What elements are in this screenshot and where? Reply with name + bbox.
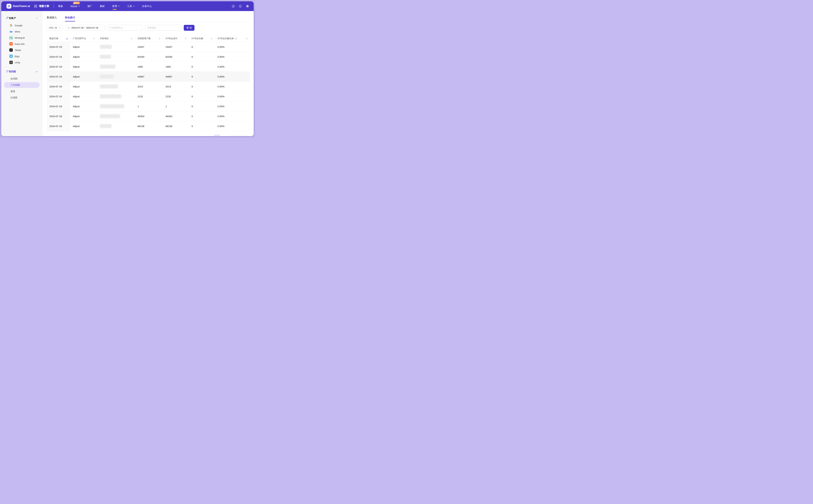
- clock-icon: [67, 27, 70, 29]
- table-row[interactable]: 2024-07-18Adjust625406254000.00%: [47, 52, 250, 62]
- sidebar-item-渠道[interactable]: 渠道: [4, 88, 39, 94]
- kwai-icon: [9, 42, 13, 45]
- cell-fail-ratio: 0.00%: [215, 111, 250, 121]
- timezone-select[interactable]: UTC +0: [47, 25, 63, 31]
- sort-control[interactable]: [159, 38, 160, 39]
- column-header-DT转化失败比例[interactable]: DT转化失败比例: [215, 35, 250, 42]
- notification-bell-icon[interactable]: [239, 5, 242, 8]
- tab-转化统计[interactable]: 转化统计: [65, 16, 75, 21]
- sort-control[interactable]: [185, 38, 186, 39]
- settings-gear-icon[interactable]: [246, 5, 249, 8]
- cell-date: 2024-07-18: [47, 62, 70, 71]
- tab-数据接入[interactable]: 数据接入: [47, 16, 57, 21]
- column-header-关联项目[interactable]: 关联项目: [97, 35, 135, 42]
- sort-desc-icon: [66, 39, 68, 39]
- cell-project: [97, 42, 135, 52]
- sidebar-item-三方归因[interactable]: 三方归因: [4, 82, 39, 88]
- nav-item-管理[interactable]: 管理: [112, 1, 120, 11]
- chevron-up-icon: [36, 71, 38, 72]
- table-row[interactable]: 2024-07-18Adjust493534935300.00%: [47, 111, 250, 121]
- product-name[interactable]: 增量引擎: [39, 5, 49, 8]
- sort-control[interactable]: [131, 38, 132, 39]
- column-header-DT转化失败[interactable]: DT转化失败: [189, 35, 215, 42]
- sidebar-item-Mintegral[interactable]: MtgMintegral: [1, 35, 42, 41]
- sort-control[interactable]: [246, 38, 248, 39]
- column-header-label: 关联项目: [100, 37, 109, 40]
- redacted-project-name: [100, 114, 120, 118]
- table-row[interactable]: 2024-07-18Adjust2013201300.00%: [47, 81, 250, 91]
- cell-project: [97, 72, 135, 81]
- nav-item-label: ROAS: [70, 5, 77, 8]
- nav-item-推广[interactable]: 推广: [87, 1, 92, 11]
- column-header-广告归因平台[interactable]: 广告归因平台: [70, 35, 97, 42]
- content-area: 广告账户Google∞MetaMtgMintegralKwai AdsTikTo…: [1, 11, 254, 136]
- nav-item-ROAS[interactable]: ROASBETA: [70, 1, 80, 11]
- date-range-picker[interactable]: 2024-07-18 ~ 2024-07-18: [65, 25, 104, 31]
- cell-dt-fail: 0: [189, 42, 215, 52]
- sidebar-item-Tiktok[interactable]: TikTokTiktok: [1, 47, 42, 53]
- cell-fail-ratio: 0.00%: [215, 42, 250, 52]
- sidebar-item-代理商[interactable]: 代理商: [4, 95, 39, 101]
- help-icon[interactable]: ?: [232, 5, 235, 8]
- sidebar-item-Google[interactable]: Google: [1, 22, 42, 28]
- top-nav: DataTower.ai 增量引擎 看板ROASBETA推广素材管理工具任务中心…: [1, 1, 254, 11]
- pagination-current-page-button[interactable]: [214, 135, 220, 136]
- cell-project: [97, 62, 135, 71]
- cell-fail-ratio: 0.00%: [215, 62, 250, 71]
- sort-asc-icon: [185, 38, 186, 38]
- redacted-project-name: [100, 94, 121, 98]
- column-header-DT转化成功[interactable]: DT转化成功: [163, 35, 189, 42]
- sidebar-item-Meta[interactable]: ∞Meta: [1, 28, 42, 35]
- cell-project: [97, 82, 135, 91]
- sort-control[interactable]: [93, 38, 95, 39]
- info-icon[interactable]: [235, 37, 237, 40]
- cell-project: [97, 111, 135, 121]
- cell-new-users: 1: [135, 101, 163, 111]
- redacted-project-name: [100, 124, 111, 128]
- cell-dt-fail: 0: [189, 62, 215, 71]
- sort-control[interactable]: [66, 38, 68, 39]
- sort-asc-icon: [246, 38, 248, 38]
- table-row[interactable]: 2024-07-18Adjust1882188200.00%: [47, 62, 250, 71]
- sidebar-section-广告归因: 广告归因自归因三方归因渠道代理商: [1, 70, 42, 101]
- redacted-project-name: [100, 84, 118, 88]
- table-row[interactable]: 2024-07-18Adjust244572445700.00%: [47, 42, 250, 52]
- table-row[interactable]: 2024-07-18Adjust2232223200.00%: [47, 91, 250, 101]
- sidebar-section-header-广告归因[interactable]: 广告归因: [1, 70, 42, 73]
- apps-grid-icon[interactable]: [34, 5, 37, 7]
- table-row[interactable]: 2024-07-18Adjust449674496700.00%: [47, 71, 250, 81]
- nav-item-任务中心[interactable]: 任务中心: [142, 1, 152, 11]
- nav-item-工具[interactable]: 工具: [127, 1, 135, 11]
- meta-icon: ∞: [9, 30, 13, 33]
- table-row[interactable]: 2024-07-18Adjust1100.00%: [47, 101, 250, 111]
- cell-new-users: 24457: [135, 42, 163, 52]
- project-input[interactable]: [145, 25, 181, 31]
- nav-item-label: 素材: [100, 5, 105, 8]
- column-header-数据日期[interactable]: 数据日期: [47, 35, 70, 42]
- sidebar-item-Bigo[interactable]: BBigo: [1, 53, 42, 59]
- cell-new-users: 62540: [135, 52, 163, 62]
- redacted-project-name: [100, 45, 112, 49]
- redacted-project-name: [100, 104, 124, 108]
- search-button[interactable]: 查 询: [184, 25, 194, 31]
- table-row[interactable]: 2024-07-18Adjust681366813600.00%: [47, 121, 250, 131]
- sidebar-item-Kwai Ads[interactable]: Kwai Ads: [1, 41, 42, 47]
- column-header-归因新用户数[interactable]: 归因新用户数: [135, 35, 163, 42]
- nav-item-素材[interactable]: 素材: [100, 1, 105, 11]
- column-header-label: DT转化失败: [191, 37, 203, 40]
- conversion-table: 数据日期广告归因平台关联项目归因新用户数DT转化成功DT转化失败DT转化失败比例…: [47, 35, 250, 131]
- nav-item-看板[interactable]: 看板: [58, 1, 63, 11]
- filter-bar: UTC +0 2024-07-18 ~ 2024-07-18 查 询: [47, 25, 250, 31]
- sidebar-section-header-广告账户[interactable]: 广告账户: [1, 17, 42, 20]
- sort-control[interactable]: [211, 38, 213, 39]
- sidebar-item-自归因[interactable]: 自归因: [4, 76, 39, 82]
- pagination-page-size-select[interactable]: [230, 135, 248, 136]
- cell-fail-ratio: 0.00%: [215, 72, 250, 81]
- brand[interactable]: DataTower.ai: [6, 4, 30, 9]
- attribution-platform-input[interactable]: [107, 25, 142, 31]
- sidebar-item-Unity[interactable]: Unity: [1, 59, 42, 65]
- sort-desc-icon: [159, 39, 160, 39]
- chevron-down-icon: [118, 6, 120, 7]
- tiktok-icon: TikTok: [9, 48, 13, 52]
- cell-dt-fail: 0: [189, 72, 215, 81]
